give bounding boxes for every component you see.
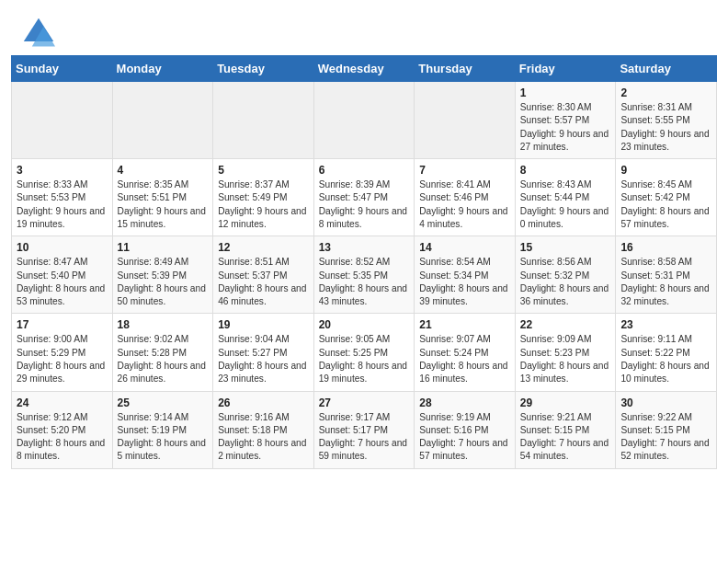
day-number: 4 [118,164,209,177]
day-number: 28 [419,396,510,409]
calendar-cell: 17Sunrise: 9:00 AM Sunset: 5:29 PM Dayli… [12,314,113,391]
day-info: Sunrise: 8:33 AM Sunset: 5:53 PM Dayligh… [17,178,108,231]
day-of-week-header: Tuesday [213,56,314,82]
calendar-cell: 5Sunrise: 8:37 AM Sunset: 5:49 PM Daylig… [213,159,314,236]
calendar-cell: 25Sunrise: 9:14 AM Sunset: 5:19 PM Dayli… [112,391,213,468]
calendar-cell: 8Sunrise: 8:43 AM Sunset: 5:44 PM Daylig… [515,159,616,236]
calendar-cell: 26Sunrise: 9:16 AM Sunset: 5:18 PM Dayli… [213,391,314,468]
day-info: Sunrise: 8:58 AM Sunset: 5:31 PM Dayligh… [620,256,711,308]
calendar-week-row: 1Sunrise: 8:30 AM Sunset: 5:57 PM Daylig… [12,82,717,159]
day-number: 20 [319,318,410,331]
day-info: Sunrise: 8:37 AM Sunset: 5:49 PM Dayligh… [218,178,309,231]
day-of-week-header: Wednesday [313,56,415,82]
calendar-cell: 22Sunrise: 9:09 AM Sunset: 5:23 PM Dayli… [515,314,616,391]
calendar-week-row: 24Sunrise: 9:12 AM Sunset: 5:20 PM Dayli… [12,391,717,468]
day-number: 1 [520,86,611,99]
calendar-header-row: SundayMondayTuesdayWednesdayThursdayFrid… [12,56,717,82]
day-of-week-header: Monday [112,56,213,82]
day-info: Sunrise: 9:04 AM Sunset: 5:27 PM Dayligh… [218,333,309,385]
calendar-table: SundayMondayTuesdayWednesdayThursdayFrid… [11,55,717,469]
calendar-week-row: 3Sunrise: 8:33 AM Sunset: 5:53 PM Daylig… [12,159,717,236]
day-number: 8 [520,164,611,177]
day-number: 17 [17,318,108,331]
day-info: Sunrise: 9:00 AM Sunset: 5:29 PM Dayligh… [17,333,108,385]
day-number: 16 [620,241,711,254]
calendar-cell: 29Sunrise: 9:21 AM Sunset: 5:15 PM Dayli… [515,391,616,468]
day-number: 6 [319,164,410,177]
calendar-cell [213,82,314,159]
calendar-cell: 1Sunrise: 8:30 AM Sunset: 5:57 PM Daylig… [515,82,616,159]
day-of-week-header: Friday [515,56,616,82]
day-info: Sunrise: 8:45 AM Sunset: 5:42 PM Dayligh… [620,178,711,231]
calendar-cell: 4Sunrise: 8:35 AM Sunset: 5:51 PM Daylig… [112,159,213,236]
day-number: 21 [419,318,510,331]
day-number: 3 [17,164,108,177]
day-number: 10 [17,241,108,254]
calendar-cell: 6Sunrise: 8:39 AM Sunset: 5:47 PM Daylig… [313,159,415,236]
day-info: Sunrise: 8:31 AM Sunset: 5:55 PM Dayligh… [620,101,711,154]
calendar-cell: 12Sunrise: 8:51 AM Sunset: 5:37 PM Dayli… [213,236,314,314]
day-info: Sunrise: 9:05 AM Sunset: 5:25 PM Dayligh… [319,333,410,385]
day-info: Sunrise: 9:09 AM Sunset: 5:23 PM Dayligh… [520,333,611,385]
calendar-week-row: 10Sunrise: 8:47 AM Sunset: 5:40 PM Dayli… [12,236,717,314]
day-info: Sunrise: 9:21 AM Sunset: 5:15 PM Dayligh… [520,411,611,464]
day-info: Sunrise: 9:11 AM Sunset: 5:22 PM Dayligh… [620,333,711,385]
day-info: Sunrise: 9:07 AM Sunset: 5:24 PM Dayligh… [419,333,510,385]
calendar-cell [12,82,113,159]
day-info: Sunrise: 8:47 AM Sunset: 5:40 PM Dayligh… [17,256,108,308]
day-info: Sunrise: 9:14 AM Sunset: 5:19 PM Dayligh… [118,411,209,464]
calendar-cell: 24Sunrise: 9:12 AM Sunset: 5:20 PM Dayli… [12,391,113,468]
calendar-cell: 20Sunrise: 9:05 AM Sunset: 5:25 PM Dayli… [313,314,415,391]
calendar-cell: 27Sunrise: 9:17 AM Sunset: 5:17 PM Dayli… [313,391,415,468]
calendar-cell: 9Sunrise: 8:45 AM Sunset: 5:42 PM Daylig… [616,159,717,236]
day-info: Sunrise: 8:35 AM Sunset: 5:51 PM Dayligh… [118,178,209,231]
day-number: 22 [520,318,611,331]
calendar-cell: 16Sunrise: 8:58 AM Sunset: 5:31 PM Dayli… [616,236,717,314]
day-info: Sunrise: 9:17 AM Sunset: 5:17 PM Dayligh… [319,411,410,464]
calendar-cell: 13Sunrise: 8:52 AM Sunset: 5:35 PM Dayli… [313,236,415,314]
calendar-cell: 28Sunrise: 9:19 AM Sunset: 5:16 PM Dayli… [415,391,516,468]
day-number: 15 [520,241,611,254]
day-of-week-header: Thursday [415,56,516,82]
logo [22,17,59,50]
day-number: 26 [218,396,309,409]
page-header [0,0,728,55]
day-number: 5 [218,164,309,177]
calendar-cell [112,82,213,159]
day-info: Sunrise: 9:19 AM Sunset: 5:16 PM Dayligh… [419,411,510,464]
day-info: Sunrise: 9:22 AM Sunset: 5:15 PM Dayligh… [620,411,711,464]
day-number: 12 [218,241,309,254]
day-number: 29 [520,396,611,409]
calendar-cell: 14Sunrise: 8:54 AM Sunset: 5:34 PM Dayli… [415,236,516,314]
day-number: 24 [17,396,108,409]
day-number: 2 [620,86,711,99]
calendar-cell: 19Sunrise: 9:04 AM Sunset: 5:27 PM Dayli… [213,314,314,391]
calendar-cell: 10Sunrise: 8:47 AM Sunset: 5:40 PM Dayli… [12,236,113,314]
calendar-cell: 3Sunrise: 8:33 AM Sunset: 5:53 PM Daylig… [12,159,113,236]
day-number: 30 [620,396,711,409]
day-of-week-header: Saturday [616,56,717,82]
calendar-cell: 23Sunrise: 9:11 AM Sunset: 5:22 PM Dayli… [616,314,717,391]
calendar-cell [313,82,415,159]
calendar-cell: 18Sunrise: 9:02 AM Sunset: 5:28 PM Dayli… [112,314,213,391]
day-number: 14 [419,241,510,254]
day-number: 27 [319,396,410,409]
day-number: 23 [620,318,711,331]
day-info: Sunrise: 8:51 AM Sunset: 5:37 PM Dayligh… [218,256,309,308]
day-number: 25 [118,396,209,409]
day-of-week-header: Sunday [12,56,113,82]
calendar-cell: 7Sunrise: 8:41 AM Sunset: 5:46 PM Daylig… [415,159,516,236]
day-info: Sunrise: 8:49 AM Sunset: 5:39 PM Dayligh… [118,256,209,308]
day-info: Sunrise: 9:16 AM Sunset: 5:18 PM Dayligh… [218,411,309,464]
calendar-week-row: 17Sunrise: 9:00 AM Sunset: 5:29 PM Dayli… [12,314,717,391]
calendar: SundayMondayTuesdayWednesdayThursdayFrid… [0,55,728,480]
calendar-cell [415,82,516,159]
day-info: Sunrise: 8:56 AM Sunset: 5:32 PM Dayligh… [520,256,611,308]
day-info: Sunrise: 9:12 AM Sunset: 5:20 PM Dayligh… [17,411,108,464]
day-info: Sunrise: 8:43 AM Sunset: 5:44 PM Dayligh… [520,178,611,231]
day-number: 18 [118,318,209,331]
day-info: Sunrise: 8:30 AM Sunset: 5:57 PM Dayligh… [520,101,611,154]
day-number: 19 [218,318,309,331]
calendar-cell: 2Sunrise: 8:31 AM Sunset: 5:55 PM Daylig… [616,82,717,159]
day-number: 9 [620,164,711,177]
